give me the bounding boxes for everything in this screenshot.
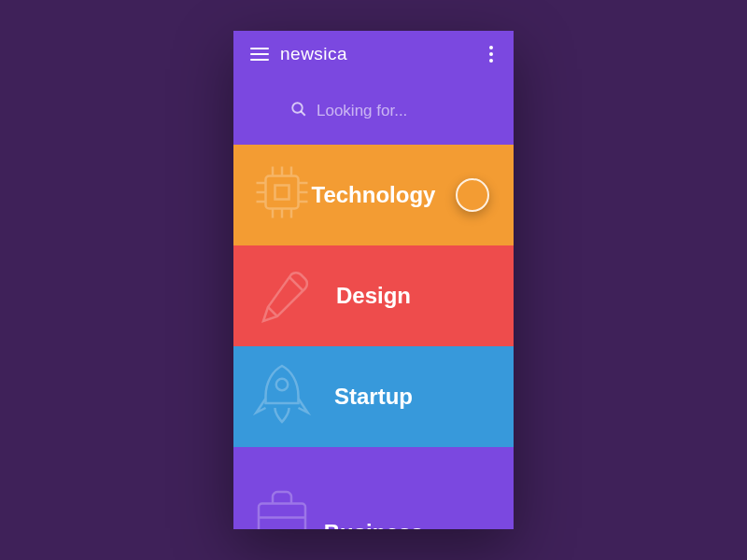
hamburger-menu-icon[interactable] [250, 48, 269, 61]
app-header: newsica [233, 31, 514, 77]
svg-line-16 [289, 277, 303, 291]
svg-rect-3 [275, 186, 289, 200]
category-label: Business [324, 520, 424, 529]
category-list: Technology Design [233, 145, 514, 529]
svg-line-1 [301, 111, 305, 116]
svg-point-18 [276, 379, 289, 391]
app-title: newsica [280, 44, 486, 64]
category-label: Startup [334, 384, 413, 410]
svg-rect-2 [266, 176, 299, 209]
search-icon [290, 101, 307, 121]
pencil-icon [245, 256, 319, 336]
svg-line-17 [268, 307, 277, 316]
rocket-icon [245, 357, 319, 437]
category-label: Design [336, 283, 411, 309]
category-business[interactable]: Business [233, 447, 514, 529]
category-label: Technology [312, 182, 436, 208]
category-design[interactable]: Design [233, 245, 514, 346]
app-screen: newsica Tech [233, 31, 514, 529]
more-vertical-icon[interactable] [486, 42, 497, 66]
svg-point-0 [292, 103, 303, 113]
selection-indicator [456, 178, 489, 212]
category-technology[interactable]: Technology [233, 145, 514, 245]
briefcase-icon [245, 478, 319, 529]
search-bar[interactable] [233, 77, 514, 145]
category-startup[interactable]: Startup [233, 346, 514, 447]
search-input[interactable] [317, 102, 457, 120]
chip-icon [245, 155, 319, 235]
